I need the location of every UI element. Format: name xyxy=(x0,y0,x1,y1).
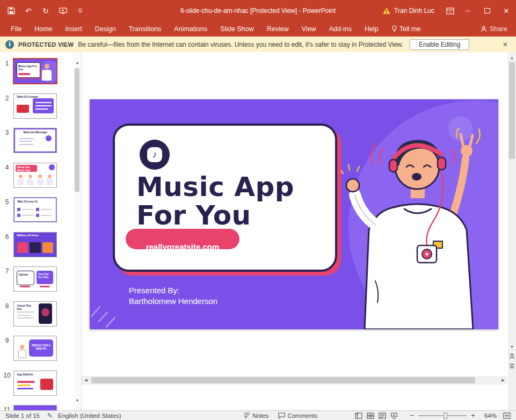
tab-design[interactable]: Design xyxy=(89,21,122,37)
tab-file[interactable]: File xyxy=(4,21,28,37)
tab-review[interactable]: Review xyxy=(260,21,295,37)
zoom-in-button[interactable]: + xyxy=(469,411,477,419)
reading-view-icon[interactable] xyxy=(376,411,388,420)
scroll-up-icon[interactable]: ▲ xyxy=(508,53,516,62)
slide-thumbnail-11[interactable] xyxy=(14,405,56,410)
presented-by-label: Presented By: xyxy=(129,285,217,296)
slide-thumbnail-panel: 1 Music App For You 2Table Of Content 3 … xyxy=(0,52,74,410)
close-button[interactable]: ✕ xyxy=(497,0,516,21)
customize-qat-icon[interactable] xyxy=(75,6,85,16)
decorative-line xyxy=(106,317,116,328)
horizontal-scrollbar[interactable]: ◀ ▶ xyxy=(82,376,507,385)
save-icon[interactable] xyxy=(6,6,16,16)
slide-thumbnail-row-9[interactable]: 9 BREAK FOR A MINUTE xyxy=(0,336,56,360)
slide-canvas[interactable]: ♪ Music App For You reallygreatsite.com … xyxy=(90,99,498,329)
slide-title: Music App For You xyxy=(136,173,294,230)
zoom-slider[interactable] xyxy=(418,415,467,416)
tab-home[interactable]: Home xyxy=(28,21,59,37)
zoom-percentage[interactable]: 64% xyxy=(477,412,497,419)
start-from-beginning-icon[interactable] xyxy=(58,6,68,16)
person-icon xyxy=(481,26,487,32)
next-slide-button[interactable] xyxy=(508,361,516,370)
language-indicator[interactable]: English (United States) xyxy=(58,412,121,419)
tab-animations[interactable]: Animations xyxy=(168,21,214,37)
share-button[interactable]: Share xyxy=(481,25,516,33)
slide-thumbnail-1[interactable]: Music App For You xyxy=(14,59,56,83)
status-bar: Slide 1 of 15 ✎ English (United States) … xyxy=(0,410,516,420)
zoom-out-button[interactable]: − xyxy=(408,411,416,419)
slide-thumbnail-3[interactable]: Welcome Message xyxy=(14,128,56,153)
maximize-button[interactable] xyxy=(477,0,497,21)
account-area[interactable]: Tran Dinh Luc xyxy=(382,7,434,15)
proofing-icon[interactable]: ✎ xyxy=(47,412,53,419)
slide-thumbnail-row-1[interactable]: 1 Music App For You xyxy=(0,59,56,83)
slide-thumbnail-row-10[interactable]: 10App Statistic xyxy=(0,371,56,395)
scrollbar-thumb[interactable] xyxy=(75,68,79,192)
slide-thumbnail-row-8[interactable]: 8Check This Out xyxy=(0,302,56,326)
share-label: Share xyxy=(490,25,507,33)
decorative-line xyxy=(98,312,108,323)
tab-tell-me[interactable]: Tell me xyxy=(385,21,427,37)
tab-add-ins[interactable]: Add-ins xyxy=(323,21,358,37)
slide-thumbnail-row-7[interactable]: 7 Upload You Can Try This xyxy=(0,267,56,291)
scrollbar-track[interactable] xyxy=(90,376,499,385)
slide-thumbnail-row-3[interactable]: 3 Welcome Message xyxy=(0,128,56,153)
scroll-up-icon[interactable]: ▲ xyxy=(74,59,81,66)
slide-thumbnail-10[interactable]: App Statistic xyxy=(14,371,56,395)
slide-thumbnail-5[interactable]: Why Choose Us xyxy=(14,198,56,222)
slide-thumbnail-row-5[interactable]: 5 Why Choose Us xyxy=(0,198,56,222)
previous-slide-button[interactable] xyxy=(508,352,516,360)
zoom-slider-thumb[interactable] xyxy=(444,412,447,419)
comments-button[interactable]: Comments xyxy=(278,412,317,419)
slide-thumbnail-row-6[interactable]: 6 Millions Of Artist xyxy=(0,233,56,257)
ribbon-tabs: FileHomeInsertDesignTransitionsAnimation… xyxy=(0,21,427,37)
fit-slide-to-window-icon[interactable] xyxy=(501,411,513,420)
slide-number: 9 xyxy=(0,336,14,360)
thumbnail-panel-scrollbar[interactable]: ▲ ▼ xyxy=(74,52,82,410)
scrollbar-thumb[interactable] xyxy=(509,62,515,159)
normal-view-icon[interactable] xyxy=(353,411,365,420)
tab-help[interactable]: Help xyxy=(358,21,385,37)
maximize-icon xyxy=(484,8,490,13)
slide-thumbnail-8[interactable]: Check This Out xyxy=(14,302,56,326)
tab-transitions[interactable]: Transitions xyxy=(122,21,168,37)
lightbulb-icon xyxy=(391,25,397,32)
protected-view-bar: i PROTECTED VIEW Be careful—files from t… xyxy=(0,37,516,53)
music-note-icon: ♪ xyxy=(147,147,162,162)
redo-icon[interactable]: ↻ xyxy=(41,6,50,16)
tab-slide-show[interactable]: Slide Show xyxy=(214,21,260,37)
vertical-scrollbar[interactable]: ▲ ▼ xyxy=(508,52,516,410)
notes-button[interactable]: Notes xyxy=(244,412,268,419)
scroll-right-icon[interactable]: ▶ xyxy=(499,376,507,385)
scroll-down-icon[interactable]: ▼ xyxy=(74,396,81,404)
notes-icon xyxy=(244,412,250,418)
tab-insert[interactable]: Insert xyxy=(59,21,89,37)
slide-thumbnail-4[interactable]: About Our Music App xyxy=(14,163,56,187)
slide-sorter-icon[interactable] xyxy=(365,411,376,420)
scroll-down-icon[interactable]: ▼ xyxy=(508,342,516,351)
undo-icon[interactable]: ↶ xyxy=(24,6,33,16)
ribbon-display-options-icon[interactable] xyxy=(442,0,458,21)
close-message-icon[interactable]: ✕ xyxy=(500,41,511,48)
slide-number: 1 xyxy=(0,59,14,83)
slide-thumbnail-2[interactable]: Table Of Content xyxy=(14,94,56,118)
person-illustration xyxy=(338,120,498,329)
slide-number: 2 xyxy=(0,94,14,118)
minimize-button[interactable]: ─ xyxy=(458,0,477,21)
scroll-left-icon[interactable]: ◀ xyxy=(82,376,90,385)
slide-thumbnail-row-4[interactable]: 4 About Our Music App xyxy=(0,163,56,187)
slide-number: 7 xyxy=(0,267,14,291)
comments-icon xyxy=(278,412,285,419)
slideshow-icon[interactable] xyxy=(388,411,400,420)
slide-thumbnail-9[interactable]: BREAK FOR A MINUTE xyxy=(14,336,56,360)
slide-thumbnail-6[interactable]: Millions Of Artist xyxy=(14,233,56,257)
slide-thumbnail-row-11[interactable]: 11 xyxy=(0,405,56,410)
tab-view[interactable]: View xyxy=(295,21,323,37)
slide-number: 5 xyxy=(0,198,14,222)
slide-thumbnail-7[interactable]: Upload You Can Try This xyxy=(14,267,56,291)
slide-number: 11 xyxy=(0,405,14,410)
slide-number: 10 xyxy=(0,371,14,395)
scrollbar-thumb[interactable] xyxy=(91,377,475,383)
slide-thumbnail-row-2[interactable]: 2Table Of Content xyxy=(0,94,56,118)
enable-editing-button[interactable]: Enable Editing xyxy=(410,39,469,50)
